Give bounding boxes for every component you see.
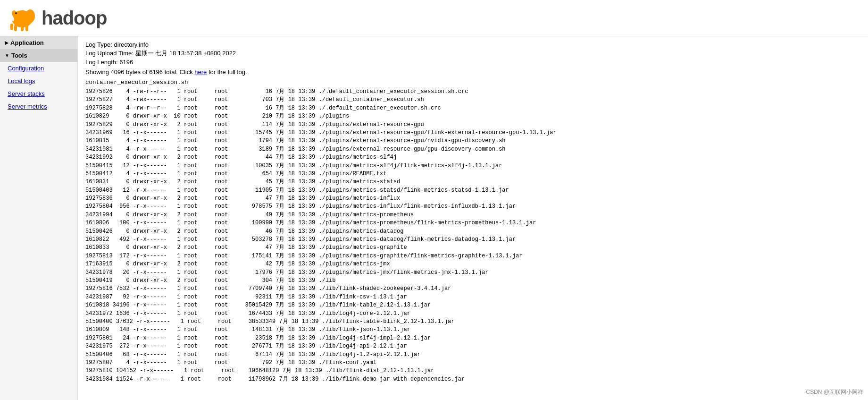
local-logs-link[interactable]: Local logs [0,75,77,87]
log-line: 34231981 4 -r-x------ 1 root root 3189 7… [85,145,860,153]
log-line: 19275829 0 drwxr-xr-x 2 root root 114 7月… [85,121,860,129]
log-line: 1610818 34196 -r-x------ 1 root root 350… [85,301,860,309]
log-length: Log Length: 6196 [85,59,860,66]
log-line: 34231969 16 -r-x------ 1 root root 15745… [85,129,860,137]
svg-rect-4 [14,25,17,31]
main-layout: ▶ Application ▼ Tools Configuration Loca… [0,36,868,400]
sidebar: ▶ Application ▼ Tools Configuration Loca… [0,36,78,400]
application-nav-item[interactable]: ▶ Application [0,36,77,49]
log-line: 19275813 172 -r-x------ 1 root root 1751… [85,252,860,260]
expanded-arrow-icon: ▼ [5,53,9,58]
collapsed-arrow-icon: ▶ [5,40,8,45]
log-line: 1610806 100 -r-x------ 1 root root 10099… [85,219,860,227]
log-line: 1610809 148 -r-x------ 1 root root 14813… [85,326,860,334]
header: hadoop [0,0,868,36]
log-line: 19275828 4 -rw-r--r-- 1 root root 16 7月 … [85,104,860,112]
svg-rect-3 [10,24,13,30]
configuration-link[interactable]: Configuration [0,62,77,75]
log-line: 34231992 0 drwxr-xr-x 2 root root 44 7月 … [85,153,860,162]
log-line: 19275801 24 -r-x------ 1 root root 23518… [85,334,860,342]
log-line: 19275827 4 -rwx------ 1 root root 703 7月… [85,96,860,104]
log-line: 1610822 492 -r-x------ 1 root root 50327… [85,236,860,244]
log-line: 51500412 4 -r-x------ 1 root root 654 7月… [85,170,860,178]
server-stacks-link[interactable]: Server stacks [0,87,77,100]
log-line: 34231984 11524 -r-x------ 1 root root 11… [85,375,860,383]
log-line: 19275804 956 -r-x------ 1 root root 9785… [85,203,860,211]
logo-area: hadoop [6,4,862,32]
log-line: 1610833 0 drwxr-xr-x 2 root root 47 7月 1… [85,244,860,252]
log-table: 19275826 4 -rw-r--r-- 1 root root 16 7月 … [85,88,860,383]
log-line: 19275810 104152 -r-x------ 1 root root 1… [85,367,860,375]
log-line: 34231978 20 -r-x------ 1 root root 17976… [85,269,860,277]
log-line: 51500406 68 -r-x------ 1 root root 67114… [85,351,860,359]
tools-nav-item[interactable]: ▼ Tools [0,49,77,62]
log-line: 51500403 12 -r-x------ 1 root root 11905… [85,187,860,195]
log-line: 51500426 0 drwxr-xr-x 2 root root 46 7月 … [85,228,860,236]
log-type: Log Type: directory.info [85,41,860,48]
log-filename: container_executor_session.sh [85,79,860,86]
log-showing: Showing 4096 bytes of 6196 total. Click … [85,68,860,76]
log-line: 19275816 7532 -r-x------ 1 root root 770… [85,285,860,293]
log-line: 19275807 4 -r-x------ 1 root root 792 7月… [85,359,860,367]
log-line: 34231994 0 drwxr-xr-x 2 root root 49 7月 … [85,211,860,219]
log-content: Log Type: directory.info Log Upload Time… [78,36,868,400]
application-label: Application [10,39,44,46]
hadoop-logo: hadoop [6,4,107,32]
svg-rect-6 [25,25,28,31]
log-line: 17163915 0 drwxr-xr-x 2 root root 42 7月 … [85,260,860,268]
hadoop-logo-text: hadoop [42,8,107,29]
svg-point-8 [15,12,17,14]
log-line: 51500400 37632 -r-x------ 1 root root 38… [85,318,860,326]
log-line: 34231972 1636 -r-x------ 1 root root 167… [85,310,860,318]
svg-rect-5 [21,25,24,31]
log-line: 51500415 12 -r-x------ 1 root root 10035… [85,162,860,170]
log-line: 51500419 0 drwxr-xr-x 2 root root 304 7月… [85,277,860,285]
log-upload-time: Log Upload Time: 星期一 七月 18 13:57:38 +080… [85,49,860,58]
tools-label: Tools [11,52,27,59]
log-line: 19275836 0 drwxr-xr-x 2 root root 47 7月 … [85,195,860,203]
elephant-icon [6,4,39,32]
server-metrics-link[interactable]: Server metrics [0,100,77,113]
log-line: 1610815 4 -r-x------ 1 root root 1794 7月… [85,137,860,145]
log-line: 1610829 0 drwxr-xr-x 10 root root 210 7月… [85,112,860,120]
watermark: CSDN @互联网小阿祥 [806,388,863,396]
log-line: 34231987 92 -r-x------ 1 root root 92311… [85,293,860,301]
svg-point-7 [25,9,35,23]
log-line: 34231975 272 -r-x------ 1 root root 2767… [85,342,860,350]
log-line: 19275826 4 -rw-r--r-- 1 root root 16 7月 … [85,88,860,96]
log-line: 1610831 0 drwxr-xr-x 2 root root 45 7月 1… [85,178,860,186]
log-meta: Log Type: directory.info Log Upload Time… [85,41,860,66]
full-log-link[interactable]: here [194,68,207,76]
